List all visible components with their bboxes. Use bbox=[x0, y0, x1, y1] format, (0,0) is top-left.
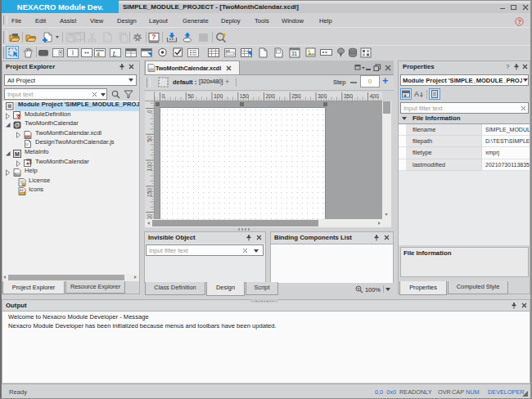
svg-text:M: M bbox=[15, 150, 20, 156]
svg-text:?: ? bbox=[518, 18, 522, 25]
svg-text:ICO: ICO bbox=[20, 191, 25, 195]
svg-text:150: 150 bbox=[147, 188, 152, 198]
svg-text:100: 100 bbox=[147, 162, 152, 172]
svg-text:200: 200 bbox=[147, 213, 152, 219]
svg-text:XCDL: XCDL bbox=[148, 68, 155, 71]
svg-text:XCDL: XCDL bbox=[25, 135, 31, 138]
svg-text:L: L bbox=[112, 50, 117, 58]
svg-text:200: 200 bbox=[266, 93, 276, 99]
svg-text:250: 250 bbox=[291, 93, 301, 99]
svg-text:150: 150 bbox=[240, 93, 250, 99]
svg-text:400: 400 bbox=[370, 93, 380, 99]
svg-text:50: 50 bbox=[187, 93, 194, 99]
svg-text:31: 31 bbox=[291, 51, 298, 56]
svg-text:300: 300 bbox=[318, 93, 327, 99]
svg-text:0: 0 bbox=[162, 93, 165, 99]
svg-text:4: 4 bbox=[97, 52, 100, 57]
svg-text:50: 50 bbox=[147, 136, 152, 142]
svg-text:350: 350 bbox=[344, 93, 354, 99]
svg-text:?: ? bbox=[151, 33, 156, 41]
svg-text:A: A bbox=[414, 90, 419, 98]
svg-text:CHM: CHM bbox=[15, 173, 20, 176]
svg-text:0: 0 bbox=[147, 110, 152, 113]
svg-text:@: @ bbox=[15, 122, 20, 128]
svg-text:100: 100 bbox=[214, 93, 223, 99]
